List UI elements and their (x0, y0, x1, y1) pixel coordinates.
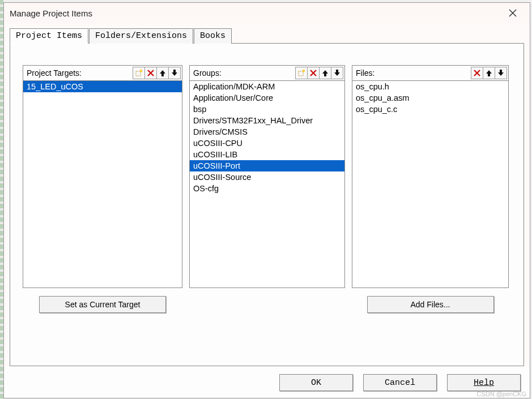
groups-listbox[interactable]: Application/MDK-ARMApplication/User/Core… (189, 81, 345, 288)
files-header: Files: (352, 65, 509, 81)
manage-project-items-dialog: Manage Project Items Project ItemsFolder… (3, 2, 530, 398)
targets-header: Project Targets: (23, 65, 182, 81)
help-button[interactable]: Help (447, 374, 521, 391)
files-up-icon[interactable] (483, 67, 495, 79)
files-toolbar (471, 67, 508, 79)
targets-down-icon[interactable] (168, 67, 181, 79)
list-item[interactable]: uCOSIII-Port (190, 160, 344, 171)
groups-down-icon[interactable] (331, 67, 343, 79)
list-item[interactable]: os_cpu_c.c (352, 104, 508, 115)
close-button[interactable] (501, 5, 524, 21)
tab-project-items[interactable]: Project Items (10, 28, 88, 44)
list-item[interactable]: 15_LED_uCOS (23, 81, 182, 92)
column-project-targets: Project Targets: 15_LED_uCOS Set as Curr… (23, 65, 182, 313)
column-groups: Groups: Application/MDK-ARMApplication/U… (189, 65, 345, 313)
ok-button[interactable]: OK (279, 374, 353, 391)
svg-rect-0 (136, 71, 141, 76)
groups-new-icon[interactable] (295, 67, 308, 79)
svg-point-1 (140, 70, 142, 72)
titlebar: Manage Project Items (4, 3, 530, 23)
files-label: Files: (356, 68, 471, 78)
targets-listbox[interactable]: 15_LED_uCOS (23, 81, 182, 288)
list-item[interactable]: Application/User/Core (190, 92, 344, 104)
tab-body-project-items: Project Targets: 15_LED_uCOS Set as Curr… (10, 44, 524, 366)
list-item[interactable]: Drivers/CMSIS (190, 126, 344, 138)
groups-toolbar (296, 67, 344, 79)
files-delete-icon[interactable] (471, 67, 483, 79)
groups-label: Groups: (193, 68, 296, 78)
files-listbox[interactable]: os_cpu.hos_cpu_a.asmos_cpu_c.c (352, 81, 509, 288)
list-item[interactable]: Application/MDK-ARM (190, 81, 344, 92)
groups-header: Groups: (189, 65, 345, 81)
list-item[interactable]: os_cpu.h (352, 81, 508, 92)
dialog-button-bar: OK Cancel Help (4, 366, 530, 398)
close-icon (509, 9, 517, 17)
list-item[interactable]: Drivers/STM32F1xx_HAL_Driver (190, 115, 344, 126)
svg-rect-2 (299, 71, 303, 76)
column-files: Files: os_cpu.hos_cpu_a.asmos_cpu_c.c Ad… (352, 65, 509, 313)
list-item[interactable]: uCOSIII-CPU (190, 138, 344, 149)
targets-new-icon[interactable] (133, 67, 145, 79)
files-down-icon[interactable] (495, 67, 507, 79)
list-item[interactable]: bsp (190, 104, 344, 115)
list-item[interactable]: uCOSIII-LIB (190, 149, 344, 160)
add-files-button[interactable]: Add Files... (367, 296, 494, 313)
tabs-area: Project ItemsFolders/ExtensionsBooks Pro… (4, 23, 530, 366)
set-current-target-button[interactable]: Set as Current Target (39, 296, 166, 313)
targets-toolbar (133, 67, 182, 79)
tab-strip: Project ItemsFolders/ExtensionsBooks (10, 28, 524, 44)
list-item[interactable]: OS-cfg (190, 183, 344, 194)
targets-label: Project Targets: (27, 68, 133, 78)
groups-delete-icon[interactable] (307, 67, 320, 79)
tab-folders-extensions[interactable]: Folders/Extensions (89, 28, 193, 44)
list-item[interactable]: os_cpu_a.asm (352, 92, 508, 104)
list-item[interactable]: uCOSIII-Source (190, 171, 344, 183)
svg-point-3 (303, 70, 305, 72)
targets-up-icon[interactable] (156, 67, 169, 79)
columns-container: Project Targets: 15_LED_uCOS Set as Curr… (23, 65, 511, 313)
cancel-button[interactable]: Cancel (363, 374, 437, 391)
dialog-title: Manage Project Items (10, 8, 501, 18)
groups-up-icon[interactable] (319, 67, 331, 79)
tab-books[interactable]: Books (194, 28, 232, 44)
targets-delete-icon[interactable] (144, 67, 157, 79)
help-label: Help (474, 378, 494, 388)
